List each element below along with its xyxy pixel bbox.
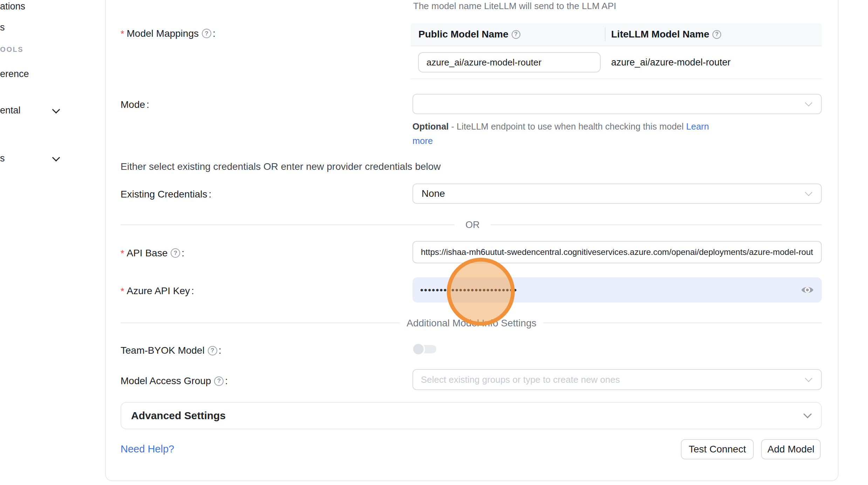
- chevron-down-icon: [52, 154, 60, 162]
- label-colon: :: [146, 99, 149, 110]
- column-header-public-model-name: Public Model Name ?: [411, 23, 605, 46]
- sidebar-item-experimental[interactable]: ental: [0, 105, 21, 116]
- sidebar-item[interactable]: s: [0, 22, 5, 33]
- mode-label: Mode :: [121, 99, 149, 110]
- question-circle-icon[interactable]: ?: [712, 30, 721, 39]
- team-byok-label-text: Team-BYOK Model: [121, 345, 205, 356]
- label-colon: :: [209, 189, 211, 200]
- chevron-down-icon: [803, 410, 812, 418]
- or-divider-line-right: [491, 224, 822, 225]
- additional-divider-line-right: [543, 323, 822, 323]
- sidebar-item-settings[interactable]: s: [0, 153, 5, 164]
- mode-help-optional: Optional: [412, 122, 449, 131]
- question-circle-icon[interactable]: ?: [171, 248, 180, 258]
- azure-api-key-label: * Azure API Key :: [121, 285, 194, 297]
- column-header-text: LiteLLM Model Name: [611, 29, 709, 40]
- team-byok-label: Team-BYOK Model ? :: [121, 345, 221, 356]
- question-circle-icon[interactable]: ?: [208, 346, 217, 355]
- credentials-note: Either select existing credentials OR en…: [121, 161, 441, 172]
- question-circle-icon[interactable]: ?: [202, 29, 211, 38]
- sidebar-section-tools: TOOLS: [0, 46, 23, 54]
- label-colon: :: [191, 285, 194, 297]
- model-mappings-label: * Model Mappings ? :: [121, 27, 216, 40]
- model-access-group-select[interactable]: [412, 369, 822, 390]
- label-colon: :: [225, 375, 228, 387]
- sidebar-item-organizations[interactable]: ations: [0, 1, 25, 12]
- mode-help-body: - LiteLLM endpoint to use when health ch…: [449, 122, 686, 131]
- chevron-down-icon: [805, 99, 812, 106]
- team-byok-toggle[interactable]: [413, 345, 436, 353]
- model-name-hint: The model name LiteLLM will send to the …: [413, 1, 616, 12]
- add-model-button[interactable]: Add Model: [761, 439, 821, 459]
- api-base-label-text: API Base: [127, 248, 168, 259]
- table-row: azure_ai/azure-model-router: [411, 46, 822, 79]
- mode-help-text: Optional - LiteLLM endpoint to use when …: [412, 119, 728, 148]
- sidebar-item-reference[interactable]: erence: [0, 69, 29, 79]
- required-asterisk: *: [121, 247, 124, 259]
- test-connect-button[interactable]: Test Connect: [681, 439, 754, 459]
- need-help-link[interactable]: Need Help?: [121, 443, 174, 455]
- question-circle-icon[interactable]: ?: [512, 30, 520, 39]
- azure-api-key-label-text: Azure API Key: [127, 285, 190, 297]
- existing-credentials-label-text: Existing Credentials: [121, 189, 207, 200]
- mode-label-text: Mode: [121, 99, 145, 110]
- label-colon: :: [219, 345, 221, 356]
- model-access-group-input[interactable]: [413, 374, 821, 385]
- click-indicator: [447, 258, 515, 326]
- model-access-group-label-text: Model Access Group: [121, 375, 211, 387]
- toggle-knob: [412, 342, 425, 356]
- question-circle-icon[interactable]: ?: [214, 376, 224, 386]
- column-header-litellm-model-name: LiteLLM Model Name ?: [606, 23, 721, 46]
- label-colon: :: [182, 248, 184, 259]
- or-divider-line-left: [121, 224, 454, 225]
- table-header-row: Public Model Name ? LiteLLM Model Name ?: [411, 23, 822, 46]
- advanced-settings-panel[interactable]: Advanced Settings: [121, 402, 822, 429]
- model-access-group-label: Model Access Group ? :: [121, 375, 228, 387]
- mode-select[interactable]: [412, 94, 822, 114]
- existing-credentials-label: Existing Credentials :: [121, 189, 211, 200]
- additional-divider-line-left: [121, 323, 400, 323]
- eye-icon[interactable]: [801, 285, 814, 295]
- required-asterisk: *: [121, 27, 124, 40]
- existing-credentials-value: None: [413, 188, 445, 199]
- api-base-label: * API Base ? :: [121, 247, 184, 259]
- chevron-down-icon: [52, 106, 60, 114]
- advanced-settings-label: Advanced Settings: [121, 410, 226, 422]
- or-divider-text: OR: [454, 220, 491, 230]
- public-model-name-input[interactable]: [418, 52, 601, 72]
- label-colon: :: [213, 28, 216, 39]
- litellm-model-name-value: azure_ai/azure-model-router: [611, 57, 731, 68]
- model-mappings-table: Public Model Name ? LiteLLM Model Name ?…: [411, 23, 822, 79]
- model-mappings-label-text: Model Mappings: [127, 28, 199, 39]
- required-asterisk: *: [121, 285, 124, 297]
- column-header-text: Public Model Name: [418, 29, 508, 40]
- existing-credentials-select[interactable]: None: [412, 183, 822, 204]
- add-model-page: ations s TOOLS erence ental s The model …: [0, 0, 868, 485]
- chevron-down-icon: [805, 189, 812, 196]
